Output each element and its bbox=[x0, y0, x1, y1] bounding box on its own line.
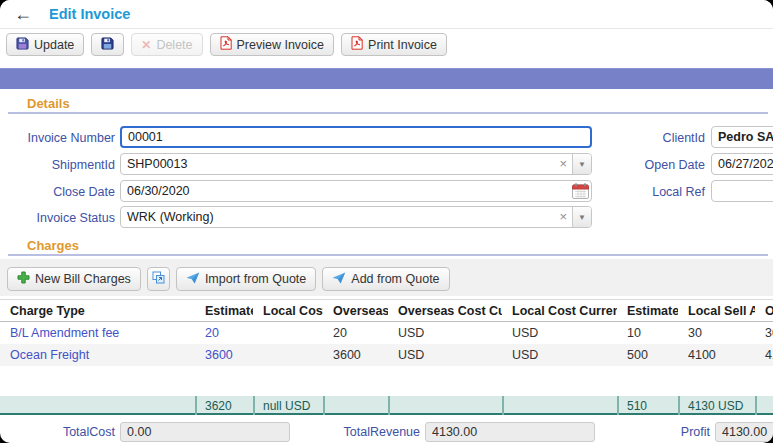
details-section-title: Details bbox=[27, 96, 70, 111]
open-date-field-wrap bbox=[711, 153, 773, 175]
charges-table-row: B/L Amendment fee 20 20 USD USD 10 30 30 bbox=[0, 322, 773, 344]
new-bill-charges-button[interactable]: New Bill Charges bbox=[7, 267, 141, 291]
save-button[interactable] bbox=[91, 33, 124, 56]
local-sell-cell: 4100 bbox=[678, 348, 755, 362]
local-ref-label: Local Ref bbox=[595, 181, 705, 203]
delete-button[interactable]: ✕ Delete bbox=[131, 33, 202, 56]
shipment-id-combo: × ▼ bbox=[120, 153, 592, 175]
total-cost-label: TotalCost bbox=[20, 423, 115, 442]
add-from-quote-label: Add from Quote bbox=[351, 272, 439, 286]
print-invoice-button[interactable]: Print Invoice bbox=[341, 33, 447, 56]
estimated-cost-cell[interactable]: 20 bbox=[195, 326, 253, 340]
delete-button-label: Delete bbox=[156, 38, 192, 52]
update-button-label: Update bbox=[34, 38, 74, 52]
overseas-cost-currency-cell: USD bbox=[388, 348, 502, 362]
update-button[interactable]: Update bbox=[6, 33, 84, 56]
column-header-local-cost-currency[interactable]: Local Cost Currency bbox=[502, 304, 617, 318]
summary-local-sell: 4130 USD bbox=[678, 396, 755, 415]
summary-local-cost-currency bbox=[502, 396, 617, 415]
open-date-input[interactable] bbox=[711, 153, 773, 175]
charges-table-header: Charge Type Estimated ... Local Cost Ove… bbox=[0, 299, 773, 322]
plus-icon bbox=[17, 271, 30, 287]
total-revenue-label: TotalRevenue bbox=[320, 423, 420, 442]
print-invoice-label: Print Invoice bbox=[368, 38, 437, 52]
estimated-sell-cell: 10 bbox=[617, 326, 678, 340]
charges-section-rule bbox=[8, 254, 768, 256]
close-date-label: Close Date bbox=[5, 181, 115, 203]
save-icon bbox=[16, 37, 29, 53]
back-arrow-icon[interactable]: ← bbox=[14, 5, 32, 23]
add-from-quote-button[interactable]: Add from Quote bbox=[322, 267, 449, 291]
invoice-status-combo: × ▼ bbox=[120, 206, 592, 228]
pdf-icon bbox=[220, 36, 232, 53]
paper-plane-icon bbox=[186, 272, 200, 287]
summary-estimated-cost: 3620 bbox=[195, 396, 253, 415]
preview-invoice-label: Preview Invoice bbox=[237, 38, 325, 52]
client-id-input[interactable] bbox=[711, 126, 773, 148]
overseas-sell-cell: 41 bbox=[755, 348, 773, 362]
charges-table-row: Ocean Freight 3600 3600 USD USD 500 4100… bbox=[0, 344, 773, 366]
local-ref-input[interactable] bbox=[711, 180, 773, 202]
charge-type-link[interactable]: B/L Amendment fee bbox=[0, 326, 195, 340]
preview-invoice-button[interactable]: Preview Invoice bbox=[210, 33, 335, 56]
column-header-overseas-cost-currency[interactable]: Overseas Cost Curren... bbox=[388, 304, 502, 318]
column-header-local-sell[interactable]: Local Sell A... bbox=[678, 304, 755, 318]
invoice-number-label: Invoice Number bbox=[5, 127, 115, 149]
column-header-estimated-sell[interactable]: Estimated ... bbox=[617, 304, 678, 318]
summary-charge-type bbox=[0, 396, 195, 415]
shipment-id-label: ShipmentId bbox=[5, 154, 115, 176]
calendar-icon[interactable] bbox=[572, 183, 589, 199]
profit-label: Profit bbox=[640, 423, 710, 442]
collapsed-panel-bar[interactable] bbox=[0, 68, 773, 89]
shipment-id-input[interactable] bbox=[120, 153, 592, 175]
overseas-cost-currency-cell: USD bbox=[388, 326, 502, 340]
clear-icon[interactable]: × bbox=[559, 206, 567, 228]
details-section-rule bbox=[8, 112, 768, 114]
column-header-overseas-cost[interactable]: Overseas C... bbox=[323, 304, 388, 318]
invoice-number-field-wrap bbox=[120, 126, 592, 148]
summary-overseas-cost-currency bbox=[388, 396, 502, 415]
close-date-input[interactable] bbox=[120, 180, 592, 202]
local-cost-currency-cell: USD bbox=[502, 326, 617, 340]
charge-type-link[interactable]: Ocean Freight bbox=[0, 348, 195, 362]
client-id-label: ClientId bbox=[595, 127, 705, 149]
new-bill-charges-label: New Bill Charges bbox=[35, 272, 131, 286]
charges-section-title: Charges bbox=[27, 238, 79, 253]
client-id-field-wrap bbox=[711, 126, 773, 148]
import-from-quote-label: Import from Quote bbox=[205, 272, 306, 286]
profit-input bbox=[715, 422, 773, 442]
overseas-cost-cell: 20 bbox=[323, 326, 388, 340]
column-header-charge-type[interactable]: Charge Type bbox=[0, 304, 195, 318]
clear-icon[interactable]: × bbox=[559, 153, 567, 175]
toolbar: Update ✕ Delete Preview Invoice Print In… bbox=[6, 33, 447, 56]
save-icon bbox=[101, 37, 114, 53]
charges-toolbar: New Bill Charges Import from Quote Add f… bbox=[7, 267, 450, 291]
column-header-overseas-sell[interactable]: Ov bbox=[755, 304, 773, 318]
grid-export-icon bbox=[152, 271, 165, 287]
delete-x-icon: ✕ bbox=[141, 38, 151, 52]
summary-local-cost: null USD bbox=[253, 396, 323, 415]
paper-plane-icon bbox=[332, 272, 346, 287]
open-date-label: Open Date bbox=[595, 154, 705, 176]
page-title: Edit Invoice bbox=[49, 6, 130, 22]
import-from-quote-button[interactable]: Import from Quote bbox=[176, 267, 316, 291]
overseas-sell-cell: 30 bbox=[755, 326, 773, 340]
summary-estimated-sell: 510 bbox=[617, 396, 678, 415]
chevron-down-icon[interactable]: ▼ bbox=[572, 154, 591, 174]
total-cost-input bbox=[120, 422, 290, 442]
local-sell-cell: 30 bbox=[678, 326, 755, 340]
estimated-cost-cell[interactable]: 3600 bbox=[195, 348, 253, 362]
grid-export-button[interactable] bbox=[147, 267, 170, 291]
close-date-field-wrap bbox=[120, 180, 592, 202]
summary-overseas-cost bbox=[323, 396, 388, 415]
summary-overseas-sell bbox=[755, 396, 773, 415]
invoice-number-input[interactable] bbox=[120, 126, 592, 148]
titlebar: ← Edit Invoice bbox=[0, 0, 773, 29]
chevron-down-icon[interactable]: ▼ bbox=[572, 207, 591, 227]
invoice-status-input[interactable] bbox=[120, 206, 592, 228]
column-header-local-cost[interactable]: Local Cost bbox=[253, 304, 323, 318]
local-ref-field-wrap bbox=[711, 180, 773, 202]
column-header-estimated-cost[interactable]: Estimated ... bbox=[195, 304, 253, 318]
total-revenue-input bbox=[425, 422, 595, 442]
estimated-sell-cell: 500 bbox=[617, 348, 678, 362]
